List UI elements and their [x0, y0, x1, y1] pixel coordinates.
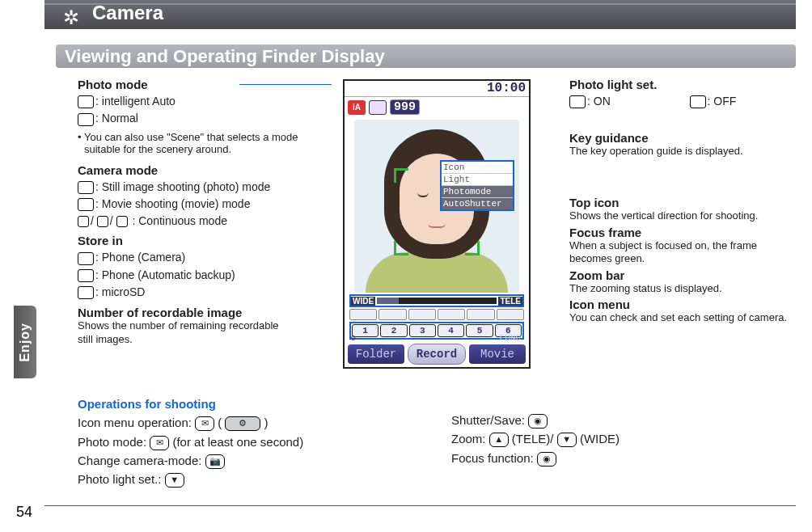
- recordable-counter: 999: [390, 99, 420, 115]
- focus-key-icon: ◉: [537, 452, 556, 467]
- icon-menu-cell: 4: [438, 324, 464, 337]
- key-guidance-desc: The key operation guide is displayed.: [569, 145, 804, 158]
- photo-mode-note: • You can also use "Scene" that selects …: [78, 131, 317, 155]
- softkey-left: ⚙ Folder: [348, 344, 404, 364]
- focus-corner-icon: [394, 168, 408, 183]
- camera-key-icon: 📷: [205, 454, 225, 469]
- softkey-right-top: FUNC: [500, 333, 521, 343]
- kg-row: Icon: [442, 162, 513, 174]
- ops-r2b: (TELE)/: [512, 432, 554, 445]
- camera-mode-heading: Camera mode: [78, 163, 328, 177]
- gear-softkey-icon: ⚙: [225, 416, 260, 431]
- icon-menu-cell: 5: [466, 324, 493, 337]
- bottom-rule: [44, 505, 796, 506]
- ops-r2a: Zoom:: [451, 432, 489, 445]
- recordable-heading: Number of recordable image: [78, 306, 328, 319]
- finder-display: 10:00 iA 999 Icon Light Photomode AutoSh…: [343, 79, 531, 369]
- ops-l1c: ): [264, 416, 269, 429]
- zoom-bar: WIDE TELE: [349, 294, 524, 307]
- down-key-icon: ▼: [557, 433, 577, 447]
- softkey-record: Record: [408, 344, 466, 365]
- still-image-icon: [78, 181, 94, 194]
- movie-mode-icon: [78, 198, 94, 211]
- top-icon-heading: Top icon: [569, 196, 804, 209]
- light-off-label: : OFF: [708, 95, 737, 108]
- sep2: /: [110, 214, 113, 227]
- left-column: Photo mode : intelligent Auto : Normal •…: [78, 78, 328, 346]
- photo-light-heading: Photo light set.: [569, 78, 804, 91]
- microsd-icon: [78, 286, 94, 299]
- mini-icon: [438, 309, 465, 320]
- zoom-fill: [377, 298, 399, 304]
- mail-key-icon: ✉: [195, 416, 214, 431]
- continuous-a-icon: [78, 216, 89, 227]
- store-in-item-3: : microSD: [95, 285, 145, 298]
- ops-r3a: Focus function:: [451, 451, 537, 465]
- mini-icon: [408, 309, 436, 320]
- zoom-tele-label: TELE: [498, 297, 522, 306]
- viewfinder-area: Icon Light Photomode AutoShutter: [354, 120, 519, 293]
- camera-mode-item-1: : Still image shooting (photo) mode: [95, 180, 270, 193]
- normal-mode-icon: [78, 113, 94, 126]
- side-tab-label: Enjoy: [18, 323, 32, 362]
- shamrock-icon: ✲: [63, 6, 79, 29]
- ops-r2c: (WIDE): [580, 432, 620, 445]
- right-column: Photo light set. : ON : OFF Key guidance…: [569, 78, 804, 324]
- page-number: 54: [16, 504, 32, 521]
- recordable-desc: Shows the number of remaining recordable…: [78, 319, 288, 346]
- focus-corner-icon: [394, 241, 408, 255]
- light-on-label: : ON: [587, 95, 611, 108]
- mini-icon: [497, 309, 524, 320]
- finder-bottom: WIDE TELE 1 2 3 4 5 6 ⚙ Folder Record FU…: [345, 294, 529, 367]
- kg-row: Photomode: [442, 186, 513, 198]
- camera-mode-item-3: : Continuous mode: [132, 214, 227, 227]
- continuous-m-icon: [97, 216, 108, 227]
- icon-menu-cell: 3: [409, 324, 436, 337]
- camera-mode-indicator-icon: [369, 100, 387, 115]
- kg-row: Light: [442, 174, 513, 186]
- sep1: /: [91, 214, 94, 227]
- light-on-icon: [569, 95, 586, 108]
- icon-menu-cell: 2: [380, 324, 407, 337]
- down-key-icon: ▼: [165, 473, 184, 488]
- ops-right: Shutter/Save: ◉ Zoom: ▲ (TELE)/ ▼ (WIDE)…: [451, 411, 791, 467]
- clock: 10:00: [487, 81, 526, 95]
- icon-menu-desc: You can check and set each setting of ca…: [569, 311, 788, 324]
- key-guidance-box: Icon Light Photomode AutoShutter: [440, 160, 514, 211]
- ops-l4a: Photo light set.:: [78, 472, 165, 486]
- leader-line: [239, 84, 332, 85]
- phone-camera-icon: [78, 252, 94, 265]
- section-title: Camera: [92, 2, 163, 24]
- page-title: Viewing and Operating Finder Display: [65, 46, 385, 67]
- key-guidance-heading: Key guidance: [569, 131, 804, 145]
- ops-l3a: Change camera-mode:: [78, 454, 205, 467]
- zoom-track: [377, 298, 497, 304]
- intelligent-auto-icon: [78, 95, 94, 108]
- store-in-item-1: : Phone (Camera): [95, 251, 185, 264]
- mini-icon-row: [349, 309, 524, 320]
- focus-corner-icon: [465, 241, 480, 255]
- ops-r1a: Shutter/Save:: [451, 413, 528, 427]
- softkey-row: ⚙ Folder Record FUNC Movie: [348, 343, 526, 365]
- icon-menu-heading: Icon menu: [569, 298, 804, 311]
- side-tab: Enjoy: [14, 306, 36, 378]
- kg-row: AutoShutter: [442, 198, 513, 209]
- softkey-left-label: Folder: [356, 348, 396, 361]
- focus-frame-heading: Focus frame: [569, 226, 804, 239]
- up-key-icon: ▲: [489, 433, 509, 447]
- softkey-right-label: Movie: [480, 348, 514, 361]
- mail-key-icon: ✉: [150, 436, 169, 450]
- continuous-c-icon: [116, 216, 128, 227]
- mini-icon: [467, 309, 494, 320]
- zoom-wide-label: WIDE: [351, 297, 375, 306]
- photo-mode-item-1: : intelligent Auto: [95, 95, 176, 108]
- ops-heading: Operations for shooting: [78, 395, 433, 413]
- ops-left: Operations for shooting Icon menu operat…: [78, 395, 433, 488]
- ops-l1b: (: [218, 416, 225, 429]
- ops-l1a: Icon menu operation:: [78, 416, 195, 429]
- status-bar: 10:00: [345, 81, 529, 97]
- ia-badge-icon: iA: [348, 100, 366, 115]
- light-off-icon: [690, 95, 706, 108]
- focus-frame-desc: When a subject is focused on, the frame …: [569, 239, 772, 266]
- center-key-icon: ◉: [528, 414, 548, 429]
